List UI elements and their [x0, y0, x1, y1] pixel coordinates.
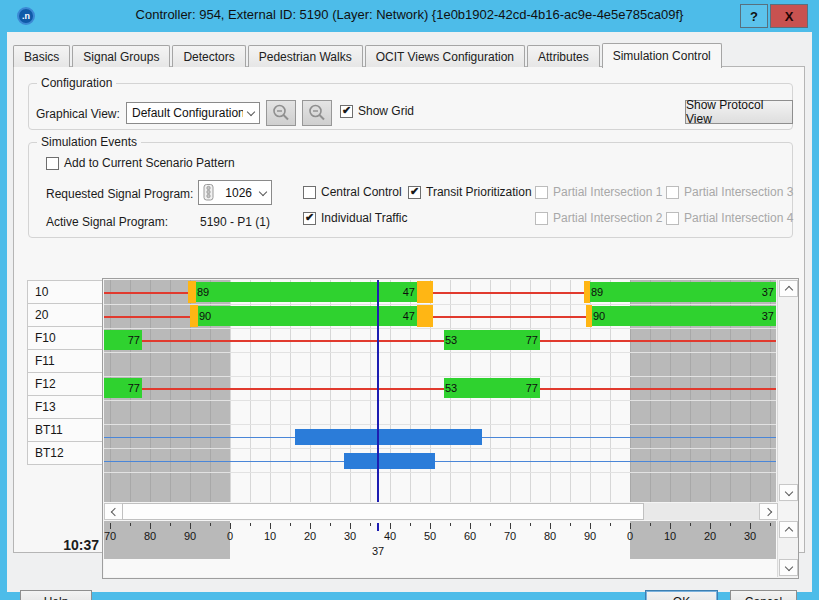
tab-attributes[interactable]: Attributes [527, 45, 600, 67]
phase-end-second: 77 [526, 333, 538, 347]
green-phase-bar[interactable]: 8947 [196, 282, 417, 302]
tab-ocit-views-configuration[interactable]: OCIT Views Configuration [365, 45, 525, 67]
axis-tick [450, 523, 451, 526]
show-protocol-view-button[interactable]: Show Protocol View [685, 100, 793, 124]
axis-tick [350, 523, 351, 529]
green-phase-bar[interactable]: 9047 [198, 306, 417, 326]
title-bar: .n Controller: 954, External ID: 5190 (L… [0, 0, 819, 32]
axis-tick-label: 70 [497, 530, 523, 542]
axis-vertical-scrollbar[interactable] [777, 521, 798, 577]
cancel-button[interactable]: Cancel [730, 590, 797, 600]
add-to-current-scenario-pattern-checkbox[interactable]: ✔Add to Current Scenario Pattern [46, 156, 235, 170]
row-separator [104, 400, 776, 401]
phase-end-second: 77 [128, 381, 140, 395]
signal-row-label-10: 10 [27, 280, 103, 304]
current-time-line [377, 280, 379, 502]
axis-tick [710, 523, 711, 529]
magnifier-minus-icon [271, 103, 291, 123]
row-separator [104, 448, 776, 449]
simulation-events-legend: Simulation Events [37, 135, 141, 149]
axis-tick [530, 523, 531, 526]
close-icon[interactable]: X [770, 4, 808, 28]
axis-tick-label: 20 [297, 530, 323, 542]
amber-phase-bar[interactable] [188, 281, 196, 303]
scroll-left-icon[interactable] [104, 503, 123, 520]
axis-tick [670, 523, 671, 529]
green-phase-bar[interactable]: 5377 [444, 378, 540, 398]
red-phase-line [540, 388, 776, 390]
tab-pedestrian-walks[interactable]: Pedestrian Walks [248, 45, 363, 67]
titlebar-help-button[interactable]: ? [740, 4, 768, 28]
transit-timeline [104, 461, 776, 462]
axis-tick [250, 523, 251, 526]
axis-tick [210, 523, 211, 526]
axis-tick [470, 523, 471, 529]
green-phase-bar[interactable]: 77 [104, 378, 142, 398]
axis-tick [610, 523, 611, 526]
individual-traffic-checkbox[interactable]: ✔Individual Traffic [303, 211, 408, 225]
controller-dialog: .n Controller: 954, External ID: 5190 (L… [0, 0, 819, 600]
scroll-right-icon[interactable] [759, 503, 778, 520]
traffic-light-icon [203, 184, 215, 201]
ok-button[interactable]: OK [645, 590, 718, 600]
signal-row-label-f11: F11 [27, 349, 103, 373]
green-phase-bar[interactable]: 8937 [590, 282, 776, 302]
graphical-view-select[interactable]: Default Configuration [126, 102, 260, 124]
axis-tick-label: 0 [217, 530, 243, 542]
green-phase-bar[interactable]: 5377 [444, 330, 540, 350]
transit-window-bar[interactable] [344, 453, 435, 469]
tab-detectors[interactable]: Detectors [172, 45, 245, 67]
axis-tick [770, 523, 771, 526]
simulation-control-page: Configuration Graphical View: Default Co… [13, 66, 805, 553]
tab-signal-groups[interactable]: Signal Groups [72, 45, 170, 67]
tab-basics[interactable]: Basics [13, 45, 70, 67]
gridline [550, 280, 551, 502]
chart-horizontal-scrollbar[interactable] [104, 503, 777, 520]
amber-phase-bar[interactable] [417, 281, 433, 303]
requested-signal-program-select[interactable]: 1026 [198, 180, 272, 205]
axis-tick [570, 523, 571, 526]
axis-tick [330, 523, 331, 526]
axis-tick [430, 523, 431, 529]
partial-intersection-3-checkbox: ✔Partial Intersection 3 [666, 185, 793, 199]
axis-tick [490, 523, 491, 526]
signal-row-label-f12: F12 [27, 372, 103, 396]
axis-tick [150, 523, 151, 529]
transit-prioritization-checkbox[interactable]: ✔Transit Prioritization [408, 185, 532, 199]
amber-phase-bar[interactable] [190, 305, 198, 327]
row-separator [104, 304, 776, 305]
green-phase-bar[interactable]: 9037 [592, 306, 776, 326]
scroll-down-icon[interactable] [779, 484, 798, 501]
show-grid-checkbox[interactable]: ✔Show Grid [340, 104, 414, 118]
phase-start-second: 53 [445, 381, 457, 395]
zoom-out-button-1[interactable] [266, 100, 296, 126]
axis-tick [170, 523, 171, 526]
green-phase-bar[interactable]: 77 [104, 330, 142, 350]
help-button[interactable]: Help [20, 590, 92, 600]
scroll-down-icon[interactable] [779, 559, 798, 576]
chart-vertical-scrollbar[interactable] [777, 280, 798, 502]
axis-tick-label: 80 [537, 530, 563, 542]
axis-tick [290, 523, 291, 526]
red-phase-line [142, 340, 444, 342]
scroll-up-icon[interactable] [779, 521, 798, 538]
tab-simulation-control[interactable]: Simulation Control [602, 43, 722, 68]
gridline [150, 280, 151, 502]
axis-tick-label: 0 [617, 530, 643, 542]
central-control-checkbox[interactable]: ✔Central Control [303, 185, 402, 199]
scroll-up-icon[interactable] [779, 280, 798, 297]
axis-tick-label: 90 [577, 530, 603, 542]
transit-window-bar[interactable] [295, 429, 482, 445]
zoom-out-button-2[interactable] [302, 100, 332, 126]
amber-phase-bar[interactable] [417, 305, 433, 327]
axis-tick-label: 60 [457, 530, 483, 542]
axis-tick-label: 80 [137, 530, 163, 542]
tab-strip: Basics Signal Groups Detectors Pedestria… [13, 42, 724, 67]
signal-timing-plot[interactable]: 8947893790479037775377775377 [104, 280, 776, 502]
phase-start-second: 90 [593, 309, 605, 323]
phase-start-second: 89 [591, 285, 603, 299]
dialog-client-area: Basics Signal Groups Detectors Pedestria… [7, 32, 812, 592]
horizontal-scroll-thumb[interactable] [122, 503, 644, 520]
axis-tick [730, 523, 731, 526]
axis-tick-label: 40 [377, 530, 403, 542]
